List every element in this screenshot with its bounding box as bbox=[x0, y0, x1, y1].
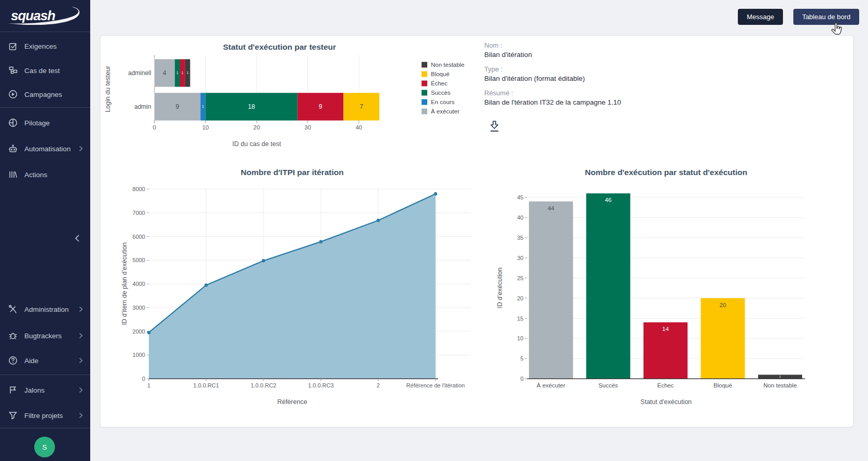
sidebar-item-pilotage[interactable]: Pilotage bbox=[0, 115, 90, 131]
legend-swatch bbox=[422, 109, 427, 114]
sidebar-item-label: Exigences bbox=[24, 42, 57, 50]
sidebar-item-aide[interactable]: Aide bbox=[0, 353, 90, 368]
user-avatar[interactable]: S bbox=[34, 437, 55, 457]
sidebar-item-actions[interactable]: Actions bbox=[0, 167, 90, 182]
sidebar-item-bugtrackers[interactable]: Bugtrackers bbox=[0, 328, 90, 343]
segment-value: 9 bbox=[176, 103, 179, 110]
bar bbox=[701, 298, 745, 379]
play-circle-icon bbox=[8, 90, 18, 99]
x-axis-title: ID du cas de test bbox=[232, 140, 281, 148]
bug-icon bbox=[8, 331, 18, 340]
y-tick-label: 8000 bbox=[133, 186, 145, 192]
divider bbox=[0, 374, 90, 375]
x-tick-label: 30 bbox=[304, 124, 311, 131]
sidebar-item-automatisation[interactable]: Automatisation bbox=[0, 141, 90, 156]
y-tick-label: 15 bbox=[517, 315, 523, 322]
segment-value: 18 bbox=[248, 103, 255, 110]
y-tick-label: 0 bbox=[142, 376, 145, 382]
segment-value: 4 bbox=[163, 69, 166, 77]
segment-value: 1 bbox=[202, 105, 204, 108]
y-tick-label: 45 bbox=[517, 194, 523, 200]
y-tick-label: 4000 bbox=[133, 281, 145, 287]
chevron-right-icon bbox=[79, 357, 83, 365]
execution-status-chart: 05101520253035404544À exécuter46Succès14… bbox=[471, 165, 850, 419]
chart-title: Statut d'exécution par testeur bbox=[223, 42, 336, 51]
report-info-panel: Nom : Bilan d'itération Type : Bilan d'i… bbox=[484, 41, 728, 113]
y-tick-label: 30 bbox=[517, 255, 523, 261]
divider bbox=[0, 32, 90, 32]
y-tick-label: 40 bbox=[517, 214, 523, 221]
data-point bbox=[262, 259, 265, 262]
x-tick-label: 1.0.0.RC2 bbox=[250, 382, 276, 388]
bar-value: 44 bbox=[548, 205, 554, 211]
x-tick-label: 1 bbox=[147, 382, 150, 388]
legend-label: Bloqué bbox=[431, 71, 450, 77]
tools-icon bbox=[8, 305, 18, 314]
sidebar-item-label: Actions bbox=[24, 171, 47, 179]
robot-icon bbox=[8, 144, 18, 153]
sidebar-item-administration[interactable]: Administration bbox=[0, 301, 90, 317]
y-tick-label: 6000 bbox=[133, 234, 145, 240]
download-icon bbox=[489, 120, 500, 133]
sidebar-item-jalons[interactable]: Jalons bbox=[0, 382, 90, 398]
y-tick-label: 5 bbox=[520, 355, 523, 362]
dashboard-button[interactable]: Tableau de bord bbox=[793, 9, 859, 25]
data-point bbox=[204, 283, 207, 286]
sidebar-collapse-button[interactable] bbox=[75, 234, 85, 246]
sidebar-item-label: Campagnes bbox=[24, 91, 62, 98]
legend-label: Non testable bbox=[431, 62, 465, 68]
name-value: Bilan d'itération bbox=[484, 51, 728, 59]
legend-swatch bbox=[422, 81, 427, 87]
bar-value: 20 bbox=[720, 302, 726, 308]
chevron-right-icon bbox=[79, 306, 83, 314]
y-tick-label: 5000 bbox=[133, 257, 145, 263]
y-tick-label: 20 bbox=[517, 295, 523, 301]
squash-logo-icon: squash bbox=[5, 4, 84, 28]
y-axis-title: Login du testeur bbox=[104, 66, 111, 112]
sidebar-item-filtre-projets[interactable]: Filtre projets bbox=[0, 408, 90, 423]
flag-icon bbox=[8, 385, 18, 395]
tree-icon bbox=[8, 66, 18, 75]
segment-value: 7 bbox=[360, 103, 363, 110]
segment-value: 9 bbox=[319, 103, 323, 110]
y-tick-label: 2000 bbox=[133, 328, 145, 335]
row-label: admin bbox=[134, 103, 151, 110]
x-tick-label: 0 bbox=[152, 124, 156, 131]
legend-swatch bbox=[422, 62, 427, 68]
chart-title: Nombre d'exécution par statut d'exécutio… bbox=[585, 168, 747, 177]
data-point bbox=[434, 192, 437, 195]
sidebar-item-cas-de-test[interactable]: Cas de test bbox=[0, 63, 90, 78]
y-tick-label: 0 bbox=[520, 376, 523, 382]
chevron-right-icon bbox=[79, 412, 83, 420]
x-tick-label: 1.0.0.RC3 bbox=[308, 382, 334, 388]
y-axis-title: ID d'exécution bbox=[496, 268, 503, 309]
type-value: Bilan d'itération (format éditable) bbox=[484, 75, 728, 82]
squash-logo[interactable]: squash bbox=[5, 4, 84, 28]
sidebar-item-label: Automatisation bbox=[24, 145, 71, 153]
sidebar-item-campagnes[interactable]: Campagnes bbox=[0, 87, 90, 102]
summary-value: Bilan de l'tération IT32 de la campagne … bbox=[484, 98, 728, 106]
x-category-label: À exécuter bbox=[537, 382, 565, 388]
name-label: Nom : bbox=[484, 41, 728, 49]
summary-label: Résumé : bbox=[484, 89, 728, 97]
legend-swatch bbox=[422, 90, 427, 96]
legend-label: Échec bbox=[431, 80, 447, 87]
x-axis-title: Référence bbox=[277, 398, 307, 406]
y-tick-label: 10 bbox=[517, 335, 523, 341]
bar-value: 46 bbox=[605, 197, 612, 203]
legend-swatch bbox=[422, 71, 427, 77]
download-report-button[interactable] bbox=[488, 120, 501, 134]
chevron-right-icon bbox=[79, 387, 83, 395]
chevron-right-icon bbox=[79, 333, 83, 340]
sidebar-item-label: Pilotage bbox=[24, 119, 50, 127]
funnel-icon bbox=[8, 411, 18, 420]
x-category-label: Bloqué bbox=[713, 382, 732, 388]
help-circle-icon bbox=[8, 356, 18, 365]
x-tick-label: 2 bbox=[376, 382, 380, 388]
type-label: Type : bbox=[484, 65, 728, 73]
sidebar-item-exigences[interactable]: Exigences bbox=[0, 38, 90, 54]
y-tick-label: 1000 bbox=[133, 352, 145, 358]
x-tick-label: 1.0.0.RC1 bbox=[193, 382, 219, 388]
area-fill bbox=[149, 194, 436, 379]
message-button[interactable]: Message bbox=[738, 9, 783, 25]
